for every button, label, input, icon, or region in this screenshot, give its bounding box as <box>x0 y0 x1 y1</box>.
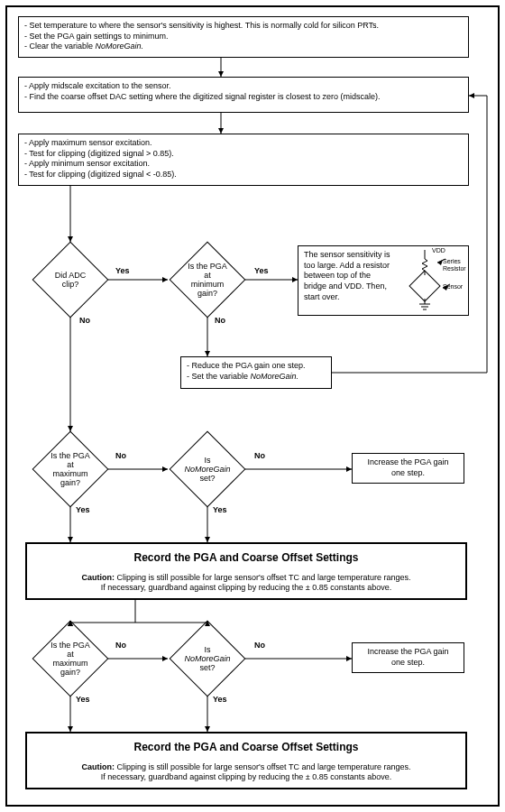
var-nomoregain: NoMoreGain. <box>96 42 144 51</box>
txt: - Set the variable <box>187 372 251 381</box>
txt: - Apply minimum sensor excitation. <box>24 159 150 168</box>
label-no: No <box>115 451 126 460</box>
label-no: No <box>254 641 265 650</box>
txt: - Clear the variable <box>24 42 96 51</box>
txt: Is the PGA atmaximum gain? <box>47 641 94 677</box>
txt: Clipping is still possible for large sen… <box>115 762 411 771</box>
txt: Increase the PGA gain <box>358 647 458 658</box>
txt: - Apply midscale excitation to the senso… <box>24 81 171 90</box>
txt: If necessary, guardband against clipping… <box>32 583 460 594</box>
label-yes: Yes <box>115 266 130 275</box>
txt: The sensor sensitivity is too large. Add… <box>304 250 394 302</box>
var-nomoregain: NoMoreGain. <box>251 372 299 381</box>
process-increase-gain-2: Increase the PGA gain one step. <box>352 642 464 673</box>
label-resistor: Resistor <box>443 264 466 272</box>
label-vdd: VDD <box>432 246 445 254</box>
label-yes: Yes <box>76 695 90 704</box>
txt: Is NoMoreGainset? <box>184 456 231 483</box>
result-record-2: Record the PGA and Coarse Offset Setting… <box>25 732 467 789</box>
txt: Is the PGA atminimum gain? <box>184 262 231 298</box>
process-sensitivity-too-large: The sensor sensitivity is too large. Add… <box>298 245 469 316</box>
txt: If necessary, guardband against clipping… <box>32 772 460 783</box>
process-clip-test: - Apply maximum sensor excitation. - Tes… <box>18 134 469 186</box>
label-yes: Yes <box>213 505 227 514</box>
txt: one step. <box>358 658 458 669</box>
txt: - Test for clipping (digitized signal > … <box>24 149 174 158</box>
label-sensor: Sensor <box>443 282 463 291</box>
txt: Clipping is still possible for large sen… <box>115 573 411 582</box>
label-no: No <box>115 641 126 650</box>
txt: - Set the PGA gain settings to minimum. <box>24 32 169 41</box>
txt: Is the PGA atmaximum gain? <box>47 451 94 487</box>
label-no: No <box>254 451 265 460</box>
label-no: No <box>79 316 90 325</box>
txt: Increase the PGA gain <box>358 457 458 468</box>
txt: - Set temperature to where the sensor's … <box>24 21 379 30</box>
txt: - Apply maximum sensor excitation. <box>24 138 152 147</box>
decision-min-gain: Is the PGA atminimum gain? <box>180 253 234 307</box>
txt: Did ADC clip? <box>47 271 94 289</box>
caution-label: Caution: <box>81 762 115 771</box>
process-increase-gain-1: Increase the PGA gain one step. <box>352 453 464 484</box>
label-yes: Yes <box>76 505 90 514</box>
decision-adc-clip: Did ADC clip? <box>43 253 97 307</box>
label-no: No <box>215 316 225 325</box>
process-midscale: - Apply midscale excitation to the senso… <box>18 77 469 113</box>
txt: - Reduce the PGA gain one step. <box>187 361 306 370</box>
process-reduce-gain: - Reduce the PGA gain one step. - Set th… <box>180 356 332 389</box>
txt: Is NoMoreGainset? <box>184 645 231 672</box>
result-record-1: Record the PGA and Coarse Offset Setting… <box>25 542 467 600</box>
txt: - Test for clipping (digitized signal < … <box>24 170 177 179</box>
decision-nomoregain-2: Is NoMoreGainset? <box>180 632 234 686</box>
txt: - Find the coarse offset DAC setting whe… <box>24 92 381 101</box>
decision-max-gain-2: Is the PGA atmaximum gain? <box>43 632 97 686</box>
caution-label: Caution: <box>81 573 115 582</box>
label-yes: Yes <box>213 695 227 704</box>
txt: one step. <box>358 468 458 479</box>
decision-max-gain-1: Is the PGA atmaximum gain? <box>43 442 97 496</box>
title: Record the PGA and Coarse Offset Setting… <box>32 551 460 566</box>
process-init: - Set temperature to where the sensor's … <box>18 16 469 58</box>
label-yes: Yes <box>254 266 269 275</box>
svg-rect-2 <box>409 271 440 301</box>
decision-nomoregain-1: Is NoMoreGainset? <box>180 442 234 496</box>
title: Record the PGA and Coarse Offset Setting… <box>32 741 460 755</box>
